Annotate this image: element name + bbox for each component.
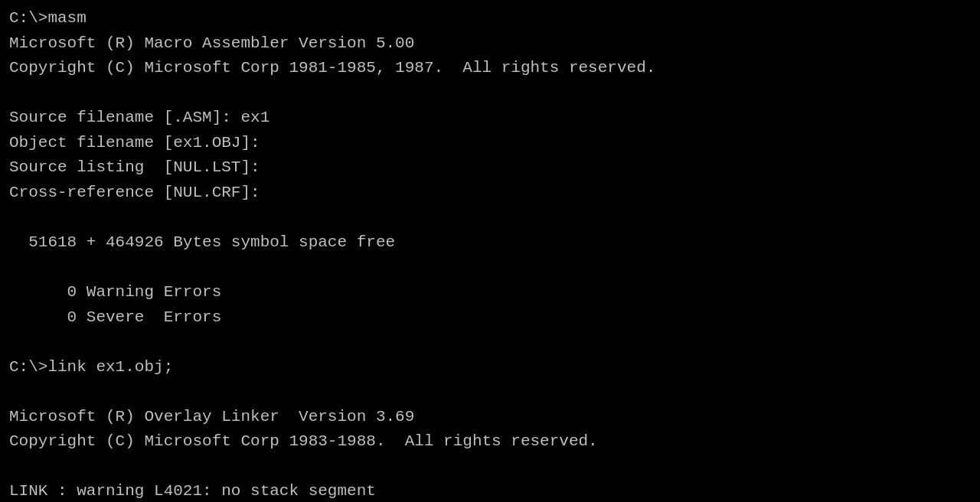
terminal-line-masm-title: Microsoft (R) Macro Assembler Version 5.… [9,31,971,57]
terminal-line-cross-reference: Cross-reference [NUL.CRF]: [9,181,971,206]
terminal-line-empty3 [9,255,971,280]
terminal-line-cmd-masm: C:\>masm [9,6,971,31]
terminal-line-source-filename: Source filename [.ASM]: ex1 [9,106,971,131]
terminal-line-link-warning: LINK : warning L4021: no stack segment [9,479,971,502]
terminal-line-linker-title: Microsoft (R) Overlay Linker Version 3.6… [9,405,971,430]
terminal-line-linker-copyright: Copyright (C) Microsoft Corp 1983-1988. … [9,429,971,455]
terminal-line-masm-copyright: Copyright (C) Microsoft Corp 1981-1985, … [9,56,971,81]
terminal-line-bytes-free: 51618 + 464926 Bytes symbol space free [9,230,971,256]
terminal-line-object-filename: Object filename [ex1.OBJ]: [9,131,971,156]
terminal-line-empty6 [9,455,971,480]
terminal-window: C:\>masmMicrosoft (R) Macro Assembler Ve… [9,6,971,502]
terminal-line-cmd-link: C:\>link ex1.obj; [9,355,971,380]
terminal-line-severe-errors: 0 Severe Errors [9,305,971,331]
terminal-line-warning-errors: 0 Warning Errors [9,280,971,305]
terminal-line-empty2 [9,205,971,230]
terminal-line-empty4 [9,330,971,355]
terminal-line-source-listing: Source listing [NUL.LST]: [9,155,971,181]
terminal-line-empty1 [9,81,971,106]
terminal-line-empty5 [9,380,971,405]
